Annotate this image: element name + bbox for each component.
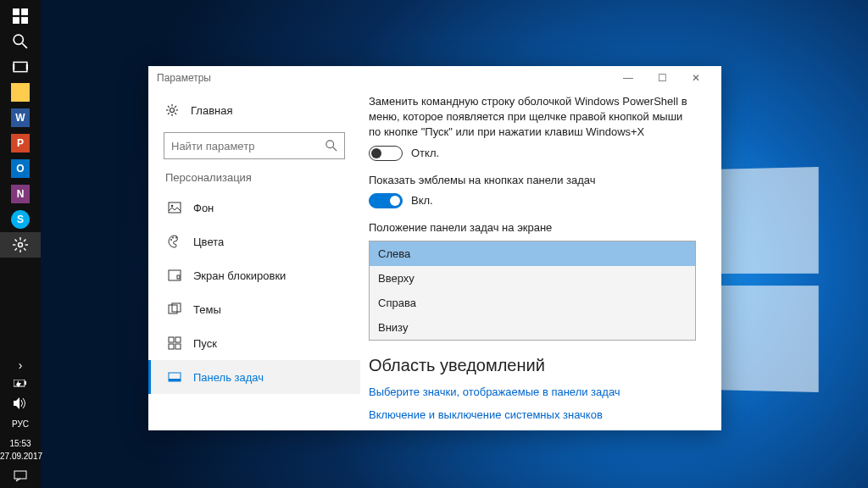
svg-rect-42 (175, 337, 181, 342)
svg-rect-3 (21, 17, 28, 24)
svg-line-17 (24, 240, 25, 241)
settings-window: Параметры ― ☐ ✕ Главная Персонализация Ф… (148, 66, 721, 430)
nav-background[interactable]: Фон (148, 191, 360, 225)
svg-line-26 (168, 106, 170, 108)
svg-point-36 (175, 237, 177, 239)
select-icons-link[interactable]: Выберите значки, отображаемые в панели з… (369, 385, 696, 398)
nav-start[interactable]: Пуск (148, 326, 360, 360)
sidebar: Главная Персонализация Фон Цвета Экран б… (148, 90, 360, 430)
nav-themes[interactable]: Темы (148, 292, 360, 326)
badges-toggle-state: Вкл. (411, 194, 433, 207)
picture-icon (168, 201, 181, 214)
word-button[interactable]: W (0, 105, 41, 130)
svg-rect-8 (26, 64, 28, 70)
taskbar-icon (168, 370, 181, 384)
svg-rect-7 (13, 64, 14, 70)
svg-line-5 (22, 43, 27, 48)
svg-line-14 (15, 240, 17, 241)
search-icon (326, 140, 337, 152)
search-button[interactable] (0, 29, 41, 54)
svg-rect-6 (14, 62, 27, 71)
tray-expand[interactable]: › (0, 354, 41, 376)
close-button[interactable]: ✕ (679, 66, 713, 90)
search-box[interactable] (164, 132, 345, 159)
powerpoint-button[interactable]: P (0, 130, 41, 156)
titlebar[interactable]: Параметры ― ☐ ✕ (148, 66, 721, 90)
svg-line-16 (15, 248, 17, 250)
themes-icon (168, 302, 181, 316)
svg-point-21 (170, 108, 175, 113)
file-explorer-button[interactable] (0, 80, 41, 105)
settings-button[interactable] (0, 232, 41, 258)
minimize-button[interactable]: ― (611, 66, 645, 90)
nav-colors[interactable]: Цвета (148, 225, 360, 258)
powershell-toggle[interactable] (369, 146, 403, 161)
notification-heading: Область уведомлений (369, 356, 696, 375)
section-label: Персонализация (148, 171, 360, 184)
start-icon (168, 336, 181, 350)
svg-point-33 (171, 205, 174, 208)
outlook-button[interactable]: O (0, 156, 41, 181)
svg-point-35 (172, 237, 174, 239)
svg-rect-19 (25, 381, 26, 385)
system-icons-link[interactable]: Включение и выключение системных значков (369, 408, 696, 421)
svg-rect-0 (13, 8, 19, 15)
nav-lockscreen[interactable]: Экран блокировки (148, 258, 360, 292)
svg-rect-41 (169, 337, 174, 342)
svg-rect-44 (175, 344, 181, 349)
lockscreen-icon (168, 269, 181, 282)
start-button[interactable] (0, 3, 41, 29)
window-title: Параметры (157, 72, 211, 84)
svg-rect-43 (169, 344, 174, 349)
position-option-top[interactable]: Вверху (370, 266, 695, 291)
svg-point-34 (170, 239, 172, 241)
badges-description: Показать эмблемы на кнопках панели задач (369, 173, 696, 188)
nav-taskbar[interactable]: Панель задач (148, 360, 360, 394)
tray-clock[interactable]: 15:53 27.09.2017 (0, 433, 41, 467)
badges-toggle[interactable] (369, 193, 403, 208)
action-center-button[interactable] (0, 467, 41, 488)
maximize-button[interactable]: ☐ (645, 66, 679, 90)
svg-rect-2 (13, 17, 19, 24)
settings-pane: Заменить командную строку оболочкой Wind… (360, 90, 721, 430)
powershell-toggle-state: Откл. (411, 147, 439, 159)
home-label: Главная (191, 104, 232, 117)
tray-language[interactable]: РУС (0, 415, 41, 433)
palette-icon (168, 235, 181, 248)
svg-rect-46 (169, 379, 181, 381)
svg-line-28 (168, 113, 170, 114)
svg-rect-32 (169, 202, 181, 213)
svg-line-31 (333, 147, 337, 151)
tray-volume-icon[interactable] (0, 394, 41, 415)
svg-point-9 (19, 243, 23, 247)
powershell-description: Заменить командную строку оболочкой Wind… (369, 94, 696, 141)
position-label: Положение панели задач на экране (369, 220, 696, 236)
svg-line-27 (175, 113, 176, 114)
onenote-button[interactable]: N (0, 181, 41, 207)
svg-rect-20 (14, 471, 26, 479)
task-view-button[interactable] (0, 54, 41, 80)
home-button[interactable]: Главная (148, 95, 360, 125)
taskbar: W P O N S › РУС 15:53 27.09.2017 (0, 0, 41, 488)
tray-power-icon[interactable] (0, 376, 41, 394)
svg-rect-38 (177, 275, 180, 279)
svg-line-29 (175, 106, 176, 108)
position-dropdown[interactable]: Слева Вверху Справа Внизу (369, 241, 696, 341)
skype-button[interactable]: S (0, 207, 41, 232)
gear-icon (165, 103, 179, 117)
svg-rect-1 (21, 8, 28, 15)
search-input[interactable] (171, 140, 326, 152)
position-option-left[interactable]: Слева (370, 241, 695, 266)
svg-point-4 (14, 35, 23, 44)
svg-point-30 (326, 141, 334, 148)
position-option-right[interactable]: Справа (370, 291, 695, 315)
position-option-bottom[interactable]: Внизу (370, 315, 695, 340)
svg-line-15 (24, 248, 25, 250)
